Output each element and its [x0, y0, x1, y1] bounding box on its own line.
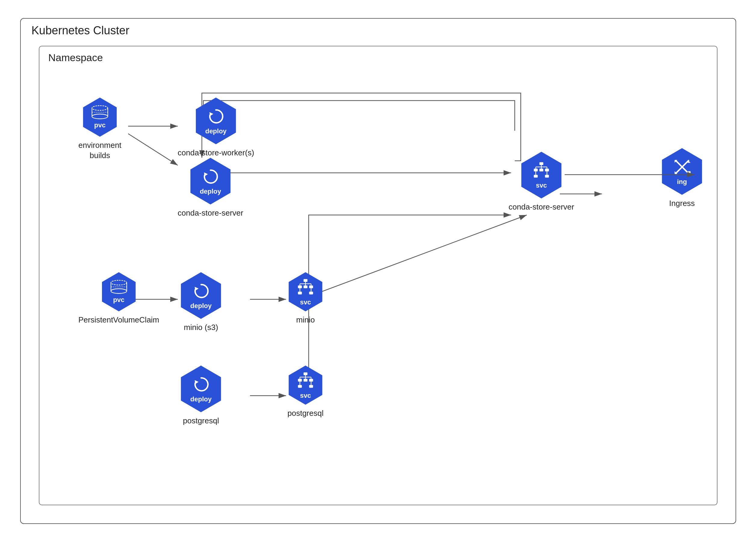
svg-rect-48 [539, 162, 543, 165]
pvc-icon [89, 105, 110, 120]
server-deploy-node: deploy conda-store-server [178, 158, 243, 218]
svg-rect-51 [545, 169, 549, 171]
svg-marker-35 [195, 380, 199, 384]
ingress-node: ing Ingress [659, 148, 705, 209]
svg-rect-23 [304, 279, 307, 282]
svg-rect-39 [309, 379, 313, 382]
inner-title: Namespace [48, 52, 103, 63]
deploy-icon-2 [201, 167, 220, 186]
worker-deploy-node: deploy conda-store-worker(s) [178, 97, 254, 158]
worker-deploy-outer-label: conda-store-worker(s) [178, 148, 254, 158]
env-pvc-outer-label: environmentbuilds [79, 140, 122, 161]
kubernetes-cluster-box: Kubernetes Cluster Namespace [20, 18, 736, 524]
svg-rect-37 [298, 379, 302, 382]
svg-point-13 [92, 114, 108, 119]
svc-icon-2 [296, 371, 315, 391]
svg-rect-32 [309, 292, 313, 294]
svg-rect-36 [304, 372, 307, 375]
svg-line-4 [301, 215, 527, 299]
svg-marker-15 [209, 112, 213, 116]
minio-pvc-outer-label: PersistentVolumeClaim [79, 315, 159, 325]
pg-deploy-inner-label: deploy [190, 395, 212, 403]
pg-svc-hex: svc [286, 366, 325, 405]
server-deploy-outer-label: conda-store-server [178, 208, 243, 218]
minio-pvc-hex: pvc [99, 272, 138, 311]
svg-marker-22 [195, 287, 199, 291]
svg-rect-57 [545, 175, 549, 177]
svc-icon-1 [296, 278, 315, 297]
server-deploy-inner-label: deploy [200, 187, 221, 195]
outer-title: Kubernetes Cluster [32, 24, 129, 37]
pg-svc-outer-label: postgresql [288, 408, 324, 419]
ing-icon [672, 157, 692, 177]
svg-point-10 [92, 106, 108, 110]
svg-rect-50 [539, 169, 543, 171]
minio-deploy-hex: deploy [178, 272, 224, 319]
minio-svc-outer-label: minio [296, 315, 315, 325]
minio-deploy-node: deploy minio (s3) [178, 272, 224, 333]
svc-icon-3 [532, 161, 551, 180]
deploy-icon-4 [191, 375, 211, 394]
server-svc-outer-label: conda-store-server [509, 202, 574, 212]
svg-point-20 [111, 289, 127, 294]
minio-svc-hex: svc [286, 272, 325, 311]
svg-rect-24 [298, 286, 302, 288]
pg-deploy-outer-label: postgresql [183, 416, 219, 426]
pvc-icon-2 [108, 280, 129, 295]
svg-rect-38 [304, 379, 307, 382]
env-pvc-hex: pvc [80, 97, 119, 137]
minio-svc-inner-label: svc [300, 299, 311, 306]
worker-deploy-hex: deploy [193, 97, 239, 144]
server-deploy-hex: deploy [187, 158, 234, 204]
svg-rect-25 [304, 286, 307, 288]
minio-pvc-node: pvc PersistentVolumeClaim [79, 272, 159, 325]
server-svc-node: svc conda-store-server [509, 152, 574, 212]
deploy-icon-1 [206, 107, 226, 126]
minio-deploy-outer-label: minio (s3) [184, 323, 218, 333]
svg-rect-31 [298, 292, 302, 294]
namespace-box: Namespace [39, 46, 717, 505]
svg-rect-44 [298, 385, 302, 388]
minio-pvc-inner-label: pvc [113, 296, 125, 304]
svg-rect-49 [534, 169, 538, 171]
svg-rect-56 [534, 175, 538, 177]
env-pvc-inner-label: pvc [94, 121, 106, 129]
svg-marker-16 [204, 172, 208, 176]
ingress-outer-label: Ingress [669, 198, 695, 209]
ingress-inner-label: ing [677, 178, 687, 186]
deploy-icon-3 [191, 281, 211, 301]
pg-svc-inner-label: svc [300, 392, 311, 400]
svg-line-9 [128, 134, 178, 165]
svg-rect-26 [309, 286, 313, 288]
svg-point-17 [111, 280, 127, 285]
pg-deploy-node: deploy postgresql [178, 366, 224, 426]
env-pvc-node: pvc environmentbuilds [79, 97, 122, 161]
svg-rect-45 [309, 385, 313, 388]
minio-deploy-inner-label: deploy [190, 302, 212, 310]
worker-deploy-inner-label: deploy [205, 127, 227, 135]
pg-svc-node: svc postgresql [286, 366, 325, 419]
server-svc-inner-label: svc [536, 181, 547, 189]
pg-deploy-hex: deploy [178, 366, 224, 412]
server-svc-hex: svc [518, 152, 565, 198]
minio-svc-node: svc minio [286, 272, 325, 325]
ingress-hex: ing [659, 148, 705, 195]
